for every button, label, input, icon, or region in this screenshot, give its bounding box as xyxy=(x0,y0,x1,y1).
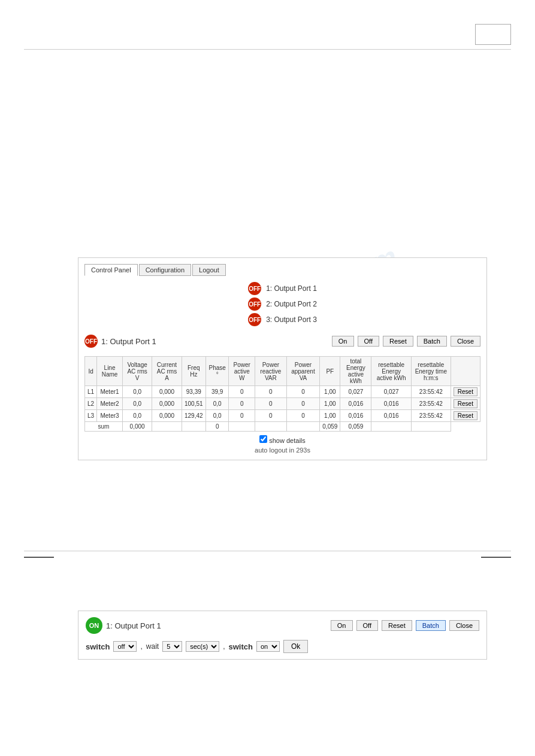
cell-a: 0,000 xyxy=(152,386,182,398)
col-total-energy: total Energy active kWh xyxy=(340,357,371,386)
sum-empty7 xyxy=(411,422,451,432)
cell-freq: 93,39 xyxy=(182,386,205,398)
port2-label: 2: Output Port 2 xyxy=(266,300,317,308)
switch-off-select[interactable]: off xyxy=(113,641,137,652)
wait-label: wait xyxy=(146,642,159,651)
bottom-divider xyxy=(24,551,511,551)
cell-v: 0,0 xyxy=(122,410,152,422)
bottom-rule2 xyxy=(24,557,54,558)
control-row: OFF 1: Output Port 1 On Off Reset Batch … xyxy=(84,332,480,350)
cell-var: 0 xyxy=(255,410,286,422)
close-button[interactable]: Close xyxy=(451,336,480,347)
col-line-name: Line Name xyxy=(97,357,123,386)
sum-empty3 xyxy=(229,422,255,432)
cell-total-kwh: 0,016 xyxy=(340,398,371,410)
col-res-energy: resettable Energy active kWh xyxy=(371,357,411,386)
cell-total-kwh: 0,027 xyxy=(340,386,371,398)
sum-empty1 xyxy=(152,422,182,432)
bottom-reset-button[interactable]: Reset xyxy=(382,620,412,631)
table-row: L1 Meter1 0,0 0,000 93,39 39,9 0 0 0 1,0… xyxy=(85,386,480,398)
cell-res-kwh: 0,027 xyxy=(371,386,411,398)
switch-on-select[interactable]: on xyxy=(256,641,280,652)
cell-w: 0 xyxy=(229,410,255,422)
reset-button[interactable]: Reset xyxy=(383,336,413,347)
cell-va: 0 xyxy=(286,398,320,410)
port1-label: 1: Output Port 1 xyxy=(266,284,317,293)
show-details-checkbox[interactable] xyxy=(259,435,267,443)
row-reset-button[interactable]: Reset xyxy=(454,399,477,408)
cell-va: 0 xyxy=(286,386,320,398)
sum-empty5 xyxy=(286,422,320,432)
cell-reset[interactable]: Reset xyxy=(451,398,480,410)
sum-row: sum 0,000 0 0,059 0,059 xyxy=(85,422,480,432)
control-port-name: 1: Output Port 1 xyxy=(101,337,328,346)
cell-total-kwh: 0,016 xyxy=(340,410,371,422)
col-power-apparent: Power apparent VA xyxy=(286,357,320,386)
cell-id: L1 xyxy=(85,386,97,398)
bottom-panel: ON 1: Output Port 1 On Off Reset Batch C… xyxy=(78,611,487,660)
cell-a: 0,000 xyxy=(152,398,182,410)
sec-select[interactable]: sec(s) xyxy=(186,641,219,652)
sum-empty4 xyxy=(255,422,286,432)
cell-res-kwh: 0,016 xyxy=(371,410,411,422)
control-badge: OFF xyxy=(84,335,98,348)
port3-label: 3: Output Port 3 xyxy=(266,315,317,324)
sum-w: 0 xyxy=(205,422,228,432)
wait-value-select[interactable]: 5 xyxy=(162,641,182,652)
cell-phase: 0,0 xyxy=(205,398,228,410)
tab-logout[interactable]: Logout xyxy=(192,264,226,276)
sum-empty6 xyxy=(371,422,411,432)
port3-badge: OFF xyxy=(248,313,261,326)
col-res-time: resettable Energy time h:m:s xyxy=(411,357,451,386)
batch-button[interactable]: Batch xyxy=(417,336,447,347)
bottom-close-button[interactable]: Close xyxy=(449,620,479,631)
cell-time: 23:55:42 xyxy=(411,386,451,398)
switch-label: switch xyxy=(86,642,110,651)
top-divider xyxy=(24,49,511,50)
col-current: Current AC rms A xyxy=(152,357,182,386)
bottom-control-row: ON 1: Output Port 1 On Off Reset Batch C… xyxy=(86,617,479,634)
col-voltage: Voltage AC rms V xyxy=(122,357,152,386)
tab-bar: Control Panel Configuration Logout xyxy=(84,264,480,276)
batch-row: switch off , wait 5 sec(s) , switch on O… xyxy=(86,640,479,653)
col-pf: PF xyxy=(320,357,340,386)
bottom-on-button[interactable]: On xyxy=(331,620,353,631)
cell-freq: 129,42 xyxy=(182,410,205,422)
bottom-batch-button[interactable]: Batch xyxy=(416,620,446,631)
bottom-off-button[interactable]: Off xyxy=(356,620,378,631)
on-button[interactable]: On xyxy=(332,336,354,347)
bottom-port-name: 1: Output Port 1 xyxy=(106,621,327,630)
row-reset-button[interactable]: Reset xyxy=(454,411,477,420)
tab-control-panel[interactable]: Control Panel xyxy=(84,264,138,276)
cell-reset[interactable]: Reset xyxy=(451,410,480,422)
cell-phase: 0,0 xyxy=(205,410,228,422)
port-item-1[interactable]: OFF 1: Output Port 1 xyxy=(248,282,317,295)
top-right-box xyxy=(475,24,511,45)
ok-button[interactable]: Ok xyxy=(283,640,308,653)
cell-reset[interactable]: Reset xyxy=(451,386,480,398)
cell-v: 0,0 xyxy=(122,398,152,410)
sum-label: sum xyxy=(85,422,123,432)
col-reset-action xyxy=(451,357,480,386)
cell-name: Meter3 xyxy=(97,410,123,422)
cell-freq: 100,51 xyxy=(182,398,205,410)
off-button[interactable]: Off xyxy=(358,336,379,347)
sum-res-kwh: 0,059 xyxy=(340,422,371,432)
sum-empty2 xyxy=(182,422,205,432)
table-header-row1: Id Line Name Voltage AC rms V Current AC… xyxy=(85,357,480,386)
bottom-badge: ON xyxy=(86,617,102,634)
cell-time: 23:55:42 xyxy=(411,410,451,422)
port-item-2[interactable]: OFF 2: Output Port 2 xyxy=(248,297,317,311)
cell-pf: 1,00 xyxy=(320,398,340,410)
port-list: OFF 1: Output Port 1 OFF 2: Output Port … xyxy=(84,282,480,326)
bottom-rule3 xyxy=(481,557,511,558)
cell-a: 0,000 xyxy=(152,410,182,422)
data-table: Id Line Name Voltage AC rms V Current AC… xyxy=(84,356,480,432)
auto-logout: auto logout in 293s xyxy=(84,447,480,454)
tab-configuration[interactable]: Configuration xyxy=(139,264,191,276)
sum-total-kwh: 0,059 xyxy=(320,422,340,432)
cell-v: 0,0 xyxy=(122,386,152,398)
port-item-3[interactable]: OFF 3: Output Port 3 xyxy=(248,313,317,326)
main-panel: Control Panel Configuration Logout OFF 1… xyxy=(78,257,487,460)
row-reset-button[interactable]: Reset xyxy=(454,387,477,396)
